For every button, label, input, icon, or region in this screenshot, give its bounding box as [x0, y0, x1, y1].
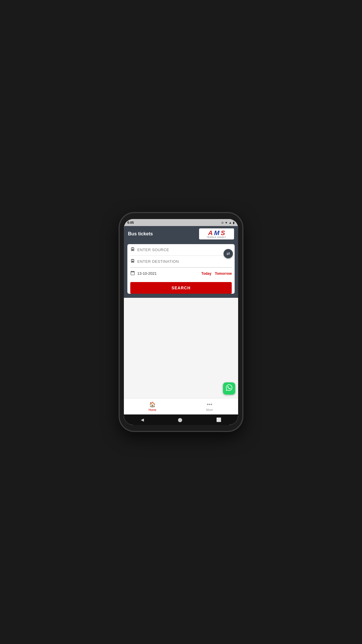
destination-row [130, 256, 232, 267]
back-button[interactable]: ◀ [141, 417, 144, 422]
logo-subtitle: TRAVELS AGENCY [207, 236, 226, 238]
calendar-icon [130, 271, 135, 276]
swap-icon: ⇅ [226, 252, 231, 255]
battery-icon: ▮ [233, 221, 235, 224]
swap-button[interactable]: ⇅ [224, 249, 233, 258]
search-button[interactable]: SEARCH [130, 282, 232, 294]
more-icon: ••• [207, 402, 212, 408]
logo-s: S [221, 229, 225, 237]
tomorrow-button[interactable]: Tomorrow [215, 272, 232, 276]
source-input[interactable] [137, 248, 232, 252]
whatsapp-icon [226, 384, 232, 393]
bus-destination-icon [130, 259, 135, 264]
destination-input[interactable] [137, 259, 232, 264]
main-content [124, 298, 238, 398]
status-bar: 6:05 ⊙ ▼ ▲ ▮ [124, 219, 238, 226]
whatsapp-fab[interactable] [223, 382, 235, 395]
search-card-inner: ⇅ [127, 244, 235, 294]
logo-a: A [208, 229, 213, 237]
wifi-icon: ▼ [225, 221, 228, 224]
circle-icon: ⊙ [221, 221, 224, 224]
date-value: 13-10-2021 [137, 271, 198, 276]
date-row: 13-10-2021 Today Tomorrow [130, 267, 232, 279]
status-icons: ⊙ ▼ ▲ ▮ [221, 221, 235, 224]
bus-source-icon [130, 247, 135, 253]
search-card: ⇅ [124, 242, 238, 298]
phone-screen: 6:05 ⊙ ▼ ▲ ▮ Bus tickets A M S TRAVELS A… [124, 219, 238, 425]
android-nav: ◀ ⬤ ⬜ [124, 414, 238, 425]
more-label: More [206, 408, 213, 412]
bottom-nav: 🏠 Home ••• More [124, 398, 238, 414]
app-title: Bus tickets [128, 231, 153, 237]
logo-container: A M S TRAVELS AGENCY [199, 228, 234, 239]
phone-frame: 6:05 ⊙ ▼ ▲ ▮ Bus tickets A M S TRAVELS A… [120, 213, 242, 431]
logo-m: M [214, 229, 219, 237]
source-row: ⇅ [130, 244, 232, 256]
home-label: Home [149, 408, 157, 412]
nav-item-more[interactable]: ••• More [181, 398, 238, 414]
signal-icon: ▲ [229, 221, 232, 224]
app-header: Bus tickets A M S TRAVELS AGENCY [124, 226, 238, 242]
status-time: 6:05 [127, 221, 134, 224]
nav-item-home[interactable]: 🏠 Home [124, 398, 181, 414]
recents-button[interactable]: ⬜ [216, 417, 221, 422]
home-icon: 🏠 [149, 401, 156, 408]
home-button[interactable]: ⬤ [178, 417, 182, 422]
today-button[interactable]: Today [201, 272, 211, 276]
logo-letters: A M S [208, 230, 225, 236]
logo-inner: A M S TRAVELS AGENCY [207, 230, 226, 238]
